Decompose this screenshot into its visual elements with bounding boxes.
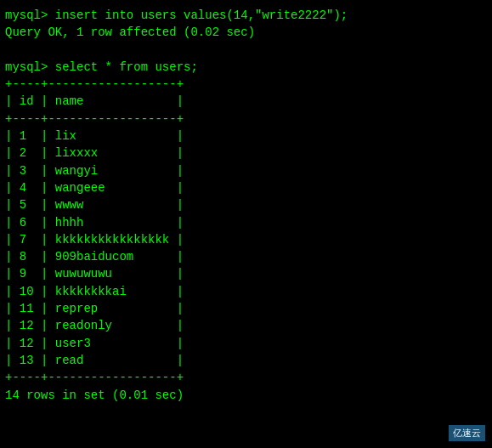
terminal-line: | 11 | reprep |	[5, 300, 487, 317]
terminal-line: | 9 | wuwuwuwu |	[5, 265, 487, 282]
terminal-line: | 10 | kkkkkkkkai |	[5, 283, 487, 300]
terminal-line: | 12 | readonly |	[5, 317, 487, 334]
terminal-line: | 1 | lix |	[5, 128, 487, 145]
terminal-line: | 4 | wangeee |	[5, 179, 487, 196]
terminal-line: | 2 | lixxxx |	[5, 145, 487, 162]
terminal-line: | 5 | wwww |	[5, 196, 487, 213]
terminal-line: 14 rows in set (0.01 sec)	[5, 387, 487, 404]
terminal-line: mysql> select * from users;	[5, 59, 487, 76]
terminal-line: | 12 | user3 |	[5, 335, 487, 352]
terminal-output: mysql> insert into users values(14,"writ…	[5, 7, 487, 404]
terminal-line: | 13 | read |	[5, 352, 487, 369]
terminal-line: | id | name |	[5, 93, 487, 110]
terminal-window: mysql> insert into users values(14,"writ…	[0, 0, 492, 448]
terminal-line: | 6 | hhhh |	[5, 214, 487, 231]
terminal-line	[5, 42, 487, 59]
terminal-line: +----+------------------+	[5, 76, 487, 93]
terminal-line: +----+------------------+	[5, 111, 487, 128]
terminal-line: | 3 | wangyi |	[5, 162, 487, 179]
terminal-line: +----+------------------+	[5, 369, 487, 386]
watermark: 亿速云	[449, 425, 485, 441]
terminal-line: mysql> insert into users values(14,"writ…	[5, 7, 487, 24]
terminal-line: Query OK, 1 row affected (0.02 sec)	[5, 24, 487, 41]
terminal-line: | 7 | kkkkkkkkkkkkkkkk |	[5, 231, 487, 248]
terminal-line: | 8 | 909baiducom |	[5, 248, 487, 265]
